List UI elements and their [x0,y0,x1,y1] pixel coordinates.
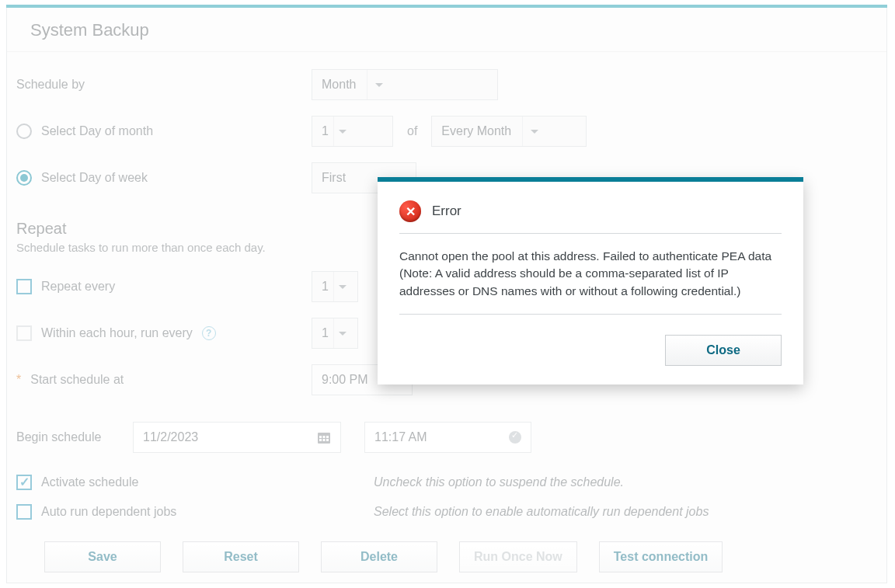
error-dialog: ✕ Error Cannot open the pool at this add… [378,177,803,384]
close-button[interactable]: Close [665,335,782,366]
dialog-message: Cannot open the pool at this address. Fa… [399,234,782,315]
error-icon: ✕ [399,200,421,222]
dialog-title: Error [432,204,461,219]
